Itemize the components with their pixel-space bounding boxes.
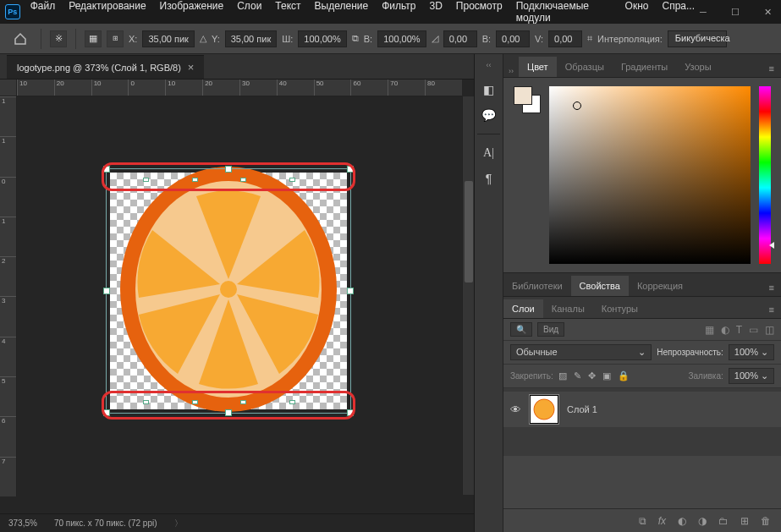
group-icon[interactable]: 🗀 bbox=[718, 515, 729, 527]
filter-smart-icon[interactable]: ◫ bbox=[765, 324, 774, 336]
delete-icon[interactable]: 🗑 bbox=[761, 515, 771, 527]
tab-gradients[interactable]: Градиенты bbox=[613, 57, 676, 77]
menu-filter[interactable]: Фильтр bbox=[382, 0, 415, 24]
new-layer-icon[interactable]: ⊞ bbox=[740, 515, 749, 527]
menu-3d[interactable]: 3D bbox=[429, 0, 442, 24]
collapse-toggle-icon[interactable]: ‹‹ bbox=[475, 61, 503, 71]
menu-layers[interactable]: Слои bbox=[237, 0, 261, 24]
reference-grid-icon[interactable]: ⊞ bbox=[107, 30, 124, 47]
filter-shape-icon[interactable]: ▭ bbox=[749, 324, 758, 336]
layer-search-toolbar: 🔍 Вид ▦ ◐ T ▭ ◫ bbox=[503, 319, 781, 341]
minimize-button[interactable]: ─ bbox=[695, 7, 712, 18]
lock-move-icon[interactable]: ✥ bbox=[588, 370, 596, 381]
w-field[interactable]: 100,00% bbox=[298, 30, 346, 47]
color-field[interactable] bbox=[549, 86, 751, 264]
search-kind-icon[interactable]: 🔍 bbox=[510, 322, 532, 337]
tab-channels[interactable]: Каналы bbox=[543, 299, 593, 318]
tab-swatches[interactable]: Образцы bbox=[557, 57, 613, 77]
link-wh-icon[interactable]: ⧉ bbox=[352, 33, 359, 44]
layer-name[interactable]: Слой 1 bbox=[567, 404, 597, 414]
y-label: Y: bbox=[212, 34, 220, 44]
tab-layers[interactable]: Слои bbox=[503, 299, 543, 318]
fill-field[interactable]: 100% ⌄ bbox=[729, 368, 774, 384]
x-field[interactable]: 35,00 пик bbox=[142, 30, 195, 47]
ruler-horizontal[interactable]: 10201001020304050607080 bbox=[17, 80, 462, 96]
tab-color[interactable]: Цвет bbox=[519, 57, 557, 77]
menu-plugins[interactable]: Подключаемые модули bbox=[516, 0, 612, 24]
filter-adjust-icon[interactable]: ◐ bbox=[721, 324, 729, 336]
menu-text[interactable]: Текст bbox=[275, 0, 300, 24]
close-tab-icon[interactable]: × bbox=[188, 61, 195, 74]
ruler-vertical[interactable]: 1101234567 bbox=[0, 96, 17, 496]
filter-type-icon[interactable]: T bbox=[736, 324, 742, 336]
home-button[interactable] bbox=[8, 27, 32, 51]
paragraph-icon[interactable]: ¶ bbox=[486, 172, 492, 185]
h-field[interactable]: 100,00% bbox=[377, 30, 426, 47]
menu-file[interactable]: Файл bbox=[30, 0, 56, 24]
document-tabbar: logotype.png @ 373% (Слой 1, RGB/8) × bbox=[0, 54, 474, 80]
lock-artboard-icon[interactable]: ▣ bbox=[602, 370, 611, 381]
tab-adjustments[interactable]: Коррекция bbox=[629, 276, 691, 296]
swap-xy-icon[interactable]: △ bbox=[200, 33, 206, 44]
scrollbar-vertical[interactable] bbox=[462, 96, 474, 495]
mask-icon[interactable]: ◐ bbox=[678, 515, 686, 527]
tab-libraries[interactable]: Библиотеки bbox=[503, 276, 571, 296]
collapsed-panel-strip: ‹‹ ◧ 💬 A| ¶ bbox=[475, 54, 503, 532]
hue-slider[interactable] bbox=[759, 86, 771, 264]
transform-mode-icon[interactable]: ※ bbox=[50, 30, 67, 47]
transform-bounding-box[interactable] bbox=[106, 168, 351, 414]
panel-collapse-icon[interactable]: ›› bbox=[503, 65, 519, 77]
document-tab[interactable]: logotype.png @ 373% (Слой 1, RGB/8) × bbox=[7, 55, 204, 79]
menu-window[interactable]: Окно bbox=[625, 0, 649, 24]
visibility-toggle-icon[interactable]: 👁 bbox=[510, 403, 521, 416]
doc-info-chevron-icon[interactable]: 〉 bbox=[174, 518, 183, 529]
fg-bg-swatches[interactable] bbox=[514, 86, 541, 264]
canvas-viewport[interactable]: 10201001020304050607080 1101234567 bbox=[0, 80, 474, 513]
panel-menu-icon[interactable]: ≡ bbox=[762, 60, 781, 77]
right-panels: ‹‹ ◧ 💬 A| ¶ ›› Цвет Образцы Градиенты Уз… bbox=[475, 54, 781, 532]
filter-pixel-icon[interactable]: ▦ bbox=[705, 324, 714, 336]
angle-field[interactable]: 0,00 bbox=[443, 30, 477, 47]
interpolation-select[interactable]: Бикубическа bbox=[668, 30, 727, 47]
lock-brush-icon[interactable]: ✎ bbox=[574, 370, 581, 381]
menu-view[interactable]: Просмотр bbox=[456, 0, 503, 24]
zoom-value[interactable]: 373,5% bbox=[8, 518, 37, 528]
adjustment-icon[interactable]: ◑ bbox=[698, 515, 707, 527]
fx-icon[interactable]: fx bbox=[658, 515, 666, 527]
menu-edit[interactable]: Редактирование bbox=[69, 0, 146, 24]
panel-menu-icon[interactable]: ≡ bbox=[762, 301, 781, 318]
skew-h-field[interactable]: 0,00 bbox=[496, 30, 530, 47]
foreground-swatch[interactable] bbox=[514, 86, 532, 105]
menu-help[interactable]: Спра... bbox=[662, 0, 695, 24]
link-layers-icon[interactable]: ⧉ bbox=[639, 515, 646, 527]
character-icon[interactable]: A| bbox=[483, 146, 494, 160]
history-icon[interactable]: ◧ bbox=[483, 83, 494, 96]
tab-properties[interactable]: Свойства bbox=[571, 276, 629, 296]
panel-menu-icon[interactable]: ≡ bbox=[762, 279, 781, 296]
menu-select[interactable]: Выделение bbox=[315, 0, 369, 24]
layer-row[interactable]: 👁 Слой 1 bbox=[503, 392, 781, 427]
document-area: logotype.png @ 373% (Слой 1, RGB/8) × 10… bbox=[0, 54, 475, 532]
reference-point-icon[interactable]: ▦ bbox=[85, 30, 102, 47]
warp-icon[interactable]: ⌗ bbox=[587, 33, 592, 44]
skew-v-field[interactable]: 0,00 bbox=[548, 30, 582, 47]
lock-label: Закрепить: bbox=[510, 371, 553, 381]
properties-tabs: Библиотеки Свойства Коррекция ≡ bbox=[503, 273, 781, 297]
opacity-field[interactable]: 100% ⌄ bbox=[729, 344, 774, 360]
comments-icon[interactable]: 💬 bbox=[481, 108, 496, 122]
menu-image[interactable]: Изображение bbox=[160, 0, 224, 24]
close-button[interactable]: ✕ bbox=[759, 7, 776, 18]
maximize-button[interactable]: ☐ bbox=[727, 7, 744, 18]
y-field[interactable]: 35,00 пик bbox=[225, 30, 278, 47]
hue-indicator bbox=[769, 242, 774, 249]
lock-transparency-icon[interactable]: ▨ bbox=[558, 370, 567, 381]
canvas[interactable] bbox=[110, 173, 347, 409]
h-label: В: bbox=[364, 34, 372, 44]
tab-patterns[interactable]: Узоры bbox=[676, 57, 719, 77]
search-kind-select[interactable]: Вид bbox=[537, 322, 564, 337]
blend-mode-select[interactable]: Обычные⌄ bbox=[510, 344, 652, 360]
layer-list: 👁 Слой 1 bbox=[503, 388, 781, 456]
lock-all-icon[interactable]: 🔒 bbox=[618, 370, 630, 381]
layer-thumbnail[interactable] bbox=[530, 395, 558, 424]
tab-paths[interactable]: Контуры bbox=[593, 299, 646, 318]
